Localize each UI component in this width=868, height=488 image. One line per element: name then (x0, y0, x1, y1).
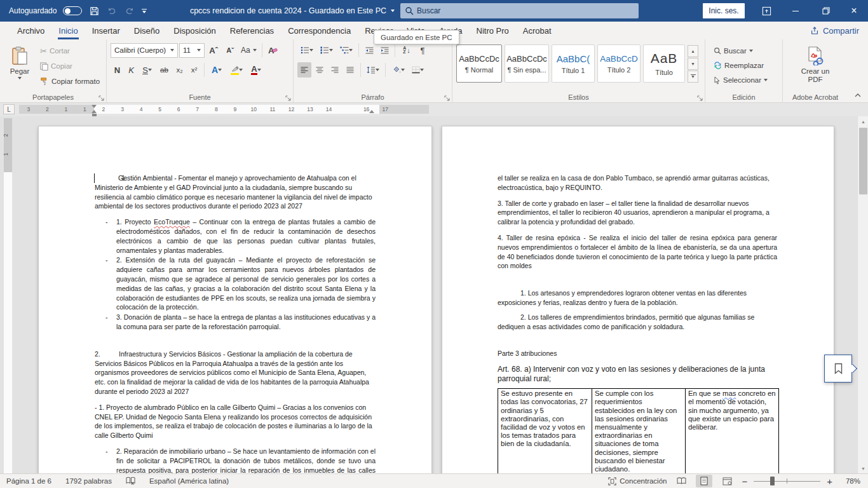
italic-button[interactable]: K (125, 62, 137, 78)
styles-scroll-up-button[interactable]: ▲ (688, 45, 698, 57)
clear-formatting-button[interactable]: A (266, 43, 281, 58)
text-highlight-button[interactable] (227, 62, 246, 78)
document-title-area[interactable]: cpccs rendicion de cuenta 2024 - Guardad… (184, 0, 400, 22)
increase-indent-button[interactable] (377, 43, 391, 58)
format-painter-button[interactable]: Copiar formato (38, 74, 102, 89)
style-heading-1[interactable]: AaBbC( Título 1 (552, 44, 595, 83)
borders-button[interactable] (409, 62, 427, 78)
style-no-spacing[interactable]: AaBbCcDc ¶ Sin espa... (505, 44, 549, 83)
tab-referencias[interactable]: Referencias (223, 22, 281, 39)
underline-button[interactable]: S (139, 62, 156, 78)
numbering-button[interactable] (317, 43, 336, 58)
left-indent-marker[interactable] (92, 114, 97, 116)
tab-acrobat[interactable]: Acrobat (516, 22, 559, 39)
minimize-button[interactable] (782, 0, 810, 22)
create-pdf-button[interactable]: Crear un PDF (797, 42, 834, 84)
show-formatting-marks-button[interactable]: ¶ (416, 43, 429, 58)
font-dialog-launcher-icon[interactable] (285, 95, 291, 101)
right-indent-marker[interactable] (369, 110, 374, 113)
subscript-button[interactable]: x₂ (173, 62, 186, 78)
autosave-toggle[interactable] (63, 6, 82, 15)
font-size-combo[interactable]: 11 (179, 43, 205, 58)
copy-button[interactable]: Copiar (38, 58, 74, 74)
read-mode-button[interactable] (673, 475, 689, 487)
decrease-indent-button[interactable] (362, 43, 376, 58)
clipboard-dialog-launcher-icon[interactable] (98, 95, 104, 101)
share-button[interactable]: Compartir (810, 22, 859, 39)
ribbon-display-options-button[interactable] (752, 0, 780, 22)
style-heading-2[interactable]: AaBbCcD Título 2 (597, 44, 641, 83)
style-title[interactable]: AaB Título (643, 44, 685, 83)
focus-mode-button[interactable]: Concentración (608, 477, 667, 485)
horizontal-ruler[interactable]: 32112345678910111213141617 (19, 105, 429, 114)
restore-button[interactable] (812, 0, 840, 22)
sign-in-button[interactable]: Inic. ses. (703, 3, 745, 18)
zoom-in-button[interactable]: + (827, 476, 832, 487)
close-button[interactable]: × (840, 0, 868, 22)
superscript-button[interactable]: x² (187, 62, 201, 78)
collapse-ribbon-icon[interactable] (854, 93, 862, 98)
replace-button[interactable]: Reemplazar (712, 58, 766, 73)
select-button[interactable]: Seleccionar (712, 72, 770, 88)
zoom-out-button[interactable]: − (742, 476, 747, 487)
line-spacing-button[interactable] (364, 62, 382, 78)
strikethrough-button[interactable]: ab (157, 62, 172, 78)
hanging-indent-marker[interactable] (92, 110, 97, 113)
styles-dialog-launcher-icon[interactable] (697, 95, 703, 101)
paragraph-dialog-launcher-icon[interactable] (444, 95, 450, 101)
shading-button[interactable] (389, 62, 407, 78)
change-case-button[interactable]: Aa (239, 43, 259, 58)
language-indicator[interactable]: Español (América latina) (149, 477, 229, 485)
bullets-button[interactable] (297, 43, 316, 58)
tab-inicio[interactable]: Inicio (51, 22, 85, 39)
tab-correspondencia[interactable]: Correspondencia (281, 22, 358, 39)
shrink-font-button[interactable]: Aˇ (222, 43, 238, 58)
font-color-button[interactable]: A (247, 62, 265, 78)
vertical-scrollbar[interactable]: ▲ ▼ (857, 116, 868, 473)
zoom-slider[interactable] (754, 475, 820, 487)
proofing-errors-icon[interactable] (126, 477, 135, 485)
grow-font-button[interactable]: Aˆ (206, 43, 221, 58)
styles-scroll-down-button[interactable]: ▼ (688, 58, 698, 70)
justify-button[interactable] (343, 62, 357, 78)
tab-archivo[interactable]: Archivo (10, 22, 51, 39)
resume-reading-bookmark[interactable] (824, 355, 852, 383)
page-2[interactable]: el taller se realiza en la casa de don P… (442, 126, 834, 473)
zoom-level-indicator[interactable]: 78% (839, 477, 860, 485)
search-box[interactable]: Buscar (400, 3, 639, 18)
table-cell[interactable]: Se cumple con los requerimientos estable… (592, 389, 686, 473)
table-cell[interactable]: En que se mas concreto en el momento de … (686, 389, 779, 473)
word-count-indicator[interactable]: 1792 palabras (65, 477, 112, 485)
web-layout-button[interactable] (719, 475, 735, 487)
styles-gallery-more-button[interactable]: ▼ (688, 71, 698, 83)
multilevel-list-button[interactable] (337, 43, 355, 58)
vertical-ruler[interactable]: 2 1 (4, 118, 12, 473)
align-right-button[interactable] (328, 62, 342, 78)
scroll-up-arrow[interactable]: ▲ (858, 116, 868, 126)
first-line-indent-marker[interactable] (92, 105, 97, 108)
find-button[interactable]: Buscar (712, 43, 755, 58)
table-cell[interactable]: Se estuvo presente en todas las convocat… (498, 389, 592, 473)
sort-button[interactable]: AZ ↓ (398, 43, 415, 58)
tab-insertar[interactable]: Insertar (85, 22, 127, 39)
tab-disposicion[interactable]: Disposición (166, 22, 222, 39)
font-name-combo[interactable]: Calibri (Cuerpo) (111, 43, 178, 58)
text-effects-button[interactable]: A (208, 62, 226, 78)
tab-nitro-pro[interactable]: Nitro Pro (470, 22, 516, 39)
style-normal[interactable]: AaBbCcDc ¶ Normal (456, 44, 502, 83)
zoom-slider-thumb[interactable] (770, 477, 775, 485)
page-number-indicator[interactable]: Página 1 de 6 (6, 477, 51, 485)
page-1[interactable]: 1.Gestión Ambiental - Fomentar el manejo… (38, 126, 432, 473)
align-left-button[interactable] (297, 62, 311, 78)
cut-button[interactable]: ✂ Cortar (38, 43, 72, 58)
save-icon[interactable] (88, 5, 100, 17)
tab-stop-selector[interactable]: L (3, 104, 15, 114)
scroll-down-arrow[interactable]: ▼ (858, 463, 868, 473)
scrollbar-thumb[interactable] (859, 128, 867, 194)
tab-diseno[interactable]: Diseño (127, 22, 166, 39)
print-layout-button[interactable] (696, 475, 712, 487)
bold-button[interactable]: N (111, 62, 124, 78)
align-center-button[interactable] (313, 62, 327, 78)
paste-button[interactable]: Pegar (5, 42, 34, 90)
customize-quick-access-toolbar-icon[interactable] (142, 9, 147, 13)
